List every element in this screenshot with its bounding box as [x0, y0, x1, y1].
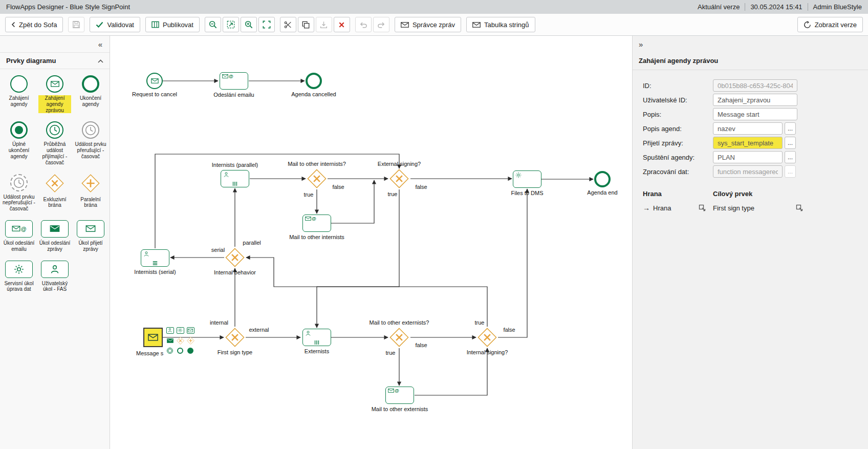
field-input-spusteni-agendy[interactable] [713, 151, 783, 163]
task-user-icon [41, 261, 69, 278]
palette-item-zahajeni-agendy[interactable]: Zahájení agendy [1, 75, 37, 113]
more-button-spusteni-agendy[interactable]: ... [785, 151, 796, 163]
delete-button[interactable] [334, 17, 350, 32]
more-button-popis-agend[interactable]: ... [785, 122, 796, 135]
diagram-edge[interactable] [155, 154, 399, 248]
context-task-mail-at-icon[interactable] [186, 326, 195, 335]
edge-headers: Hrana Cílový prvek [643, 190, 862, 198]
task-box: @ [385, 387, 414, 404]
publikovat-button[interactable]: Publikovat [145, 17, 200, 32]
palette-item-ukol-odeslani-zpravy[interactable]: Úkol odeslání zprávy [37, 220, 73, 252]
context-event-filled-icon[interactable] [186, 346, 195, 355]
collapse-left-panel-icon[interactable]: « [98, 40, 102, 49]
select-edge-on-canvas-icon[interactable] [699, 204, 706, 211]
node-odeslani-emailu[interactable]: @Odeslání emailu [220, 72, 248, 90]
palette-item-exkluzivni-brana[interactable]: Exkluzivní brána [37, 174, 73, 212]
toolbar-group [280, 17, 350, 32]
node-files-to-dms[interactable]: Files to DMS [513, 170, 541, 188]
field-row-spusteni-agendy: Spuštění agendy:... [643, 151, 862, 163]
user-icon [143, 251, 149, 257]
context-task-user-icon[interactable] [165, 326, 175, 335]
event-start-icon [10, 75, 28, 93]
palette-item-zahajeni-agendy-zpravou[interactable]: Zahájení agendy zprávou [37, 75, 73, 113]
copy-button[interactable] [298, 17, 314, 32]
context-gateway-plus-icon[interactable] [186, 336, 195, 345]
main-area: « Prvky diagramu Zahájení agendyZahájení… [0, 36, 868, 449]
field-label-uzivatelske-id: Uživatelské ID: [643, 96, 713, 104]
diagram-edge[interactable] [317, 189, 399, 328]
node-agenda-end[interactable]: Agenda end [594, 171, 611, 187]
zoom-out-button[interactable] [205, 17, 221, 32]
mail-at-icon: @ [222, 74, 233, 79]
collapse-right-panel-icon[interactable]: » [639, 40, 643, 49]
context-gateway-x-icon[interactable] [176, 336, 185, 345]
palette-item-paralelni-brana[interactable]: Paralelní brána [73, 174, 108, 212]
node-internal-signing-gw[interactable]: Internal signing? [478, 328, 497, 347]
node-first-sign-type[interactable]: First sign type [225, 328, 245, 347]
node-request-to-cancel[interactable]: Request to cancel [146, 73, 163, 89]
zoom-in-button[interactable] [241, 17, 257, 32]
table-icon [151, 21, 159, 28]
diagram-edge[interactable] [246, 258, 487, 327]
more-button-prijeti-zpravy[interactable]: ... [785, 137, 796, 149]
task-mail-filled-icon [41, 220, 69, 238]
palette-item-uplne-ukonceni-agendy[interactable]: Úplné ukončení agendy [1, 121, 37, 165]
task-box [221, 170, 249, 187]
node-label: First sign type [218, 349, 252, 355]
palette-item-udalost-prvku-neprerusujici-casovac[interactable]: Událost prvku nepřerušující - časovač [1, 174, 37, 212]
gateway-x-icon [225, 328, 245, 347]
node-label: Agenda end [587, 189, 617, 196]
node-label: Request to cancel [132, 91, 177, 97]
node-internists-parallel[interactable]: Internists (parallel) [221, 170, 249, 187]
envelope-icon [472, 22, 481, 28]
field-row-popis-agend: Popis agend:... [643, 122, 862, 135]
select-target-on-canvas-icon[interactable] [796, 204, 803, 211]
palette-item-udalost-prvku-prerusujici-casovac[interactable]: Událost prvku přerušující - časovač [73, 121, 108, 165]
zobrazit-verze-button[interactable]: Zobrazit verze [797, 17, 863, 32]
field-input-popis-agend[interactable] [713, 122, 783, 135]
palette-item-ukol-prijeti-zpravy[interactable]: Úkol přijetí zprávy [73, 220, 108, 252]
node-mail-to-other-externists[interactable]: @Mail to other externists [385, 387, 414, 404]
node-externists[interactable]: Externists [302, 329, 331, 346]
palette-item-prubezna-udalost-prijimajici-casovac[interactable]: Průběžná událost přijímající - časovač [37, 121, 73, 165]
field-input-popis[interactable] [713, 108, 797, 120]
zoom-selection-button[interactable] [223, 17, 239, 32]
diagram-edge[interactable] [498, 189, 527, 337]
context-task-service-icon[interactable] [176, 326, 185, 335]
scissors-button[interactable] [280, 17, 296, 32]
zpet-do-sofa-button[interactable]: Zpět do Sofa [5, 17, 63, 32]
validovat-button[interactable]: Validovat [90, 17, 140, 32]
node-mail-to-other-externists-gw[interactable]: Mail to other externists? [389, 328, 409, 347]
palette-item-ukol-odeslani-emailu[interactable]: @Úkol odeslání emailu [1, 220, 37, 252]
palette-item-label: Paralelní brána [74, 197, 107, 209]
more-button-zpracovani-dat[interactable]: ... [785, 165, 796, 178]
context-event-double-icon[interactable] [165, 346, 175, 355]
palette-item-ukonceni-agendy[interactable]: Ukončení agendy [73, 75, 108, 113]
context-event-message-icon[interactable] [165, 336, 175, 345]
edge-target-name[interactable]: First sign type [713, 204, 754, 212]
context-event-end-thin-icon[interactable] [176, 346, 185, 355]
node-internal-behavior[interactable]: Internal behavior [225, 248, 245, 267]
spravce-zprav-button[interactable]: Správce zpráv [395, 17, 461, 32]
event-end-icon [82, 75, 99, 93]
diagram-canvas[interactable]: internalexternalserialparalleltruefalset… [110, 36, 632, 449]
task-mail-at-icon: @ [5, 220, 33, 238]
node-mail-to-other-internists[interactable]: @Mail to other internists [302, 215, 331, 232]
palette-item-servisni-ukol-uprava-dat[interactable]: Servisní úkol úprava dat [1, 261, 37, 293]
button-label: Publikovat [163, 21, 193, 29]
node-agenda-cancelled[interactable]: Agenda cancelled [306, 73, 322, 89]
task-box: @ [220, 72, 248, 90]
gateway-x-icon [225, 248, 245, 267]
node-external-signing-gw[interactable]: External signing? [389, 169, 409, 188]
fit-screen-button[interactable] [258, 17, 275, 32]
field-row-uzivatelske-id: Uživatelské ID: [643, 94, 862, 106]
node-message-start[interactable]: Message s [143, 328, 163, 347]
tabulka-stringu-button[interactable]: Tabulka stringů [466, 17, 535, 32]
palette-header[interactable]: Prvky diagramu [0, 52, 110, 69]
node-mail-to-other-internists-gw[interactable]: Mail to other internists? [307, 169, 327, 188]
field-input-prijeti-zpravy[interactable] [713, 137, 783, 149]
diagram-edge[interactable] [331, 180, 374, 223]
field-input-uzivatelske-id[interactable] [713, 94, 797, 106]
node-internists-serial[interactable]: Internists (serial) [141, 249, 169, 267]
palette-item-uzivatelsky-ukol-fas[interactable]: Uživatelský úkol - FAS [37, 261, 73, 293]
